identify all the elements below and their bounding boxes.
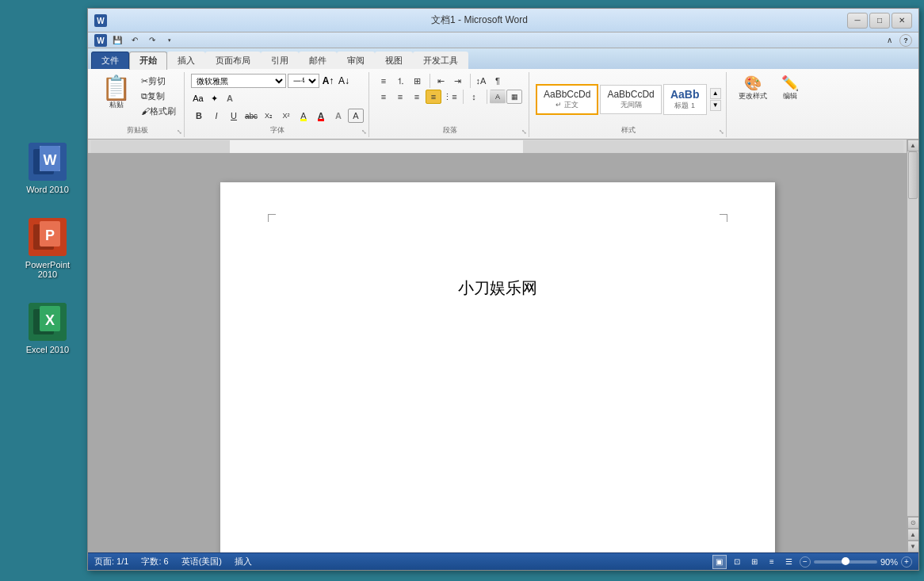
view-web[interactable]: ⊞ [747, 555, 762, 569]
justify-button[interactable]: ≡ [426, 90, 441, 104]
char-border-button[interactable]: A [348, 109, 364, 123]
font-color-button[interactable]: A [313, 109, 329, 123]
font-shrink-button[interactable]: A↓ [337, 74, 351, 88]
zoom-in-button[interactable]: + [901, 556, 912, 568]
borders-button[interactable]: ▦ [506, 90, 522, 104]
view-draft[interactable]: ☰ [782, 555, 796, 569]
text-effects-button[interactable]: A [223, 91, 237, 105]
font-expand-icon[interactable]: ⤡ [361, 128, 367, 136]
styles-expand-icon[interactable]: ⤡ [719, 128, 724, 136]
desktop-icon-ppt[interactable]: P PowerPoint2010 [12, 218, 83, 279]
clear-format-button[interactable]: ✦ [207, 91, 221, 105]
show-hide-button[interactable]: ¶ [490, 74, 506, 88]
tab-insert[interactable]: 插入 [167, 52, 205, 69]
format-painter-button[interactable]: 🖌 格式刷 [138, 104, 179, 118]
redo-button[interactable]: ↷ [145, 34, 159, 47]
view-print-layout[interactable]: ▣ [712, 555, 727, 569]
qa-dropdown-button[interactable]: ▾ [162, 34, 177, 47]
numbering-button[interactable]: ⒈ [392, 74, 408, 88]
tab-developer[interactable]: 开发工具 [413, 52, 468, 69]
align-left-button[interactable]: ≡ [376, 90, 391, 104]
underline-button[interactable]: U [226, 109, 242, 123]
minimize-button[interactable]: ─ [847, 13, 868, 29]
font-style-row: B I U abc X₂ X² A A A A [191, 109, 364, 123]
zoom-level: 90% [880, 557, 898, 567]
styles-group-label: 样式 [531, 125, 726, 136]
paste-button[interactable]: 📋 粘贴 [96, 74, 136, 113]
font-grow-button[interactable]: A↑ [321, 74, 335, 88]
scroll-track[interactable] [907, 151, 918, 516]
scroll-next-obj[interactable]: ▼ [907, 541, 919, 552]
align-right-button[interactable]: ≡ [409, 90, 425, 104]
copy-button[interactable]: ⧉ 复制 [138, 89, 179, 103]
para-expand-icon[interactable]: ⤡ [521, 128, 527, 136]
style-scroll-up[interactable]: ▲ [710, 88, 721, 99]
tab-home[interactable]: 开始 [129, 52, 167, 70]
sort-button[interactable]: ↕A [473, 74, 489, 88]
highlight-color-button[interactable]: A [296, 109, 311, 123]
tab-review[interactable]: 审阅 [337, 52, 375, 69]
desktop-icon-excel[interactable]: X Excel 2010 [12, 303, 83, 354]
italic-button[interactable]: I [208, 109, 224, 123]
paragraph-group-label: 段落 [371, 125, 529, 136]
text-shading-button[interactable]: A [330, 109, 346, 123]
edit-button[interactable]: ✏️ 编辑 [774, 74, 806, 104]
font-size-select[interactable]: 一号 [288, 74, 319, 88]
status-bar: 页面: 1/1 字数: 6 英语(美国) 插入 ▣ ⊡ ⊞ ≡ ☰ − 90% … [88, 552, 918, 570]
document-text: 小刀娱乐网 [458, 279, 537, 296]
ribbon-toggle-button[interactable]: ∧ [882, 34, 896, 47]
close-button[interactable]: ✕ [892, 13, 912, 29]
tab-page-layout[interactable]: 页面布局 [205, 52, 261, 69]
align-center-button[interactable]: ≡ [392, 90, 408, 104]
document-scroll-area[interactable]: 小刀娱乐网 [88, 154, 907, 552]
word-window: W 文档1 - Microsoft Word ─ □ ✕ W 💾 ↶ ↷ ▾ ∧… [87, 8, 919, 571]
view-outline[interactable]: ≡ [765, 555, 779, 569]
zoom-track[interactable] [814, 560, 877, 564]
bold-button[interactable]: B [191, 109, 207, 123]
view-fullscreen[interactable]: ⊡ [730, 555, 744, 569]
excel-icon-label: Excel 2010 [26, 345, 69, 354]
undo-button[interactable]: ↶ [128, 34, 142, 47]
style-normal[interactable]: AaBbCcDd ↵ 正文 [536, 84, 598, 115]
font-name-select[interactable]: 微软雅黑 [191, 74, 286, 88]
decrease-indent-button[interactable]: ⇤ [433, 74, 449, 88]
word-window-icon: W [94, 14, 107, 27]
content-area[interactable]: 小刀娱乐网 [88, 140, 907, 552]
bullets-button[interactable]: ≡ [376, 74, 391, 88]
maximize-button[interactable]: □ [869, 13, 890, 29]
word-count-status: 字数: 6 [141, 556, 168, 568]
line-spacing-button[interactable]: ↕ [466, 90, 482, 104]
scroll-up-button[interactable]: ▲ [907, 140, 919, 151]
document-content[interactable]: 小刀娱乐网 [284, 277, 712, 299]
tab-file[interactable]: 文件 [91, 52, 129, 69]
main-area: 小刀娱乐网 ▲ ⊙ ▲ ▼ [88, 140, 918, 552]
tab-references[interactable]: 引用 [261, 52, 299, 69]
tab-view[interactable]: 视图 [375, 52, 413, 69]
tab-mailings[interactable]: 邮件 [299, 52, 337, 69]
multilevel-list-button[interactable]: ⊞ [409, 74, 425, 88]
help-button[interactable]: ? [899, 34, 912, 47]
distributed-button[interactable]: ⋮≡ [442, 90, 458, 104]
change-styles-button[interactable]: 🎨 更改样式 [733, 74, 773, 104]
zoom-out-button[interactable]: − [800, 556, 811, 568]
save-quick-button[interactable]: 💾 [110, 34, 124, 47]
clipboard-expand-icon[interactable]: ⤡ [177, 128, 182, 136]
style-no-spacing[interactable]: AaBbCcDd 无间隔 [600, 85, 661, 114]
document-page[interactable]: 小刀娱乐网 [220, 182, 775, 552]
style-heading1[interactable]: AaBb 标题 1 [663, 84, 707, 115]
shading-button[interactable]: A [490, 90, 506, 104]
style-scroll-down[interactable]: ▼ [710, 100, 721, 111]
scroll-thumb[interactable] [908, 151, 918, 199]
ppt-icon: P [29, 218, 67, 256]
subscript-button[interactable]: X₂ [261, 109, 277, 123]
scroll-select-obj[interactable]: ⊙ [907, 517, 919, 529]
style-normal-label: ↵ 正文 [544, 100, 590, 110]
desktop-icon-word[interactable]: W Word 2010 [12, 143, 83, 194]
scroll-prev-obj[interactable]: ▲ [907, 529, 919, 541]
case-button[interactable]: Aa [191, 91, 205, 105]
style-gallery: AaBbCcDd ↵ 正文 AaBbCcDd 无间隔 AaBb 标题 1 [536, 84, 707, 115]
strikethrough-button[interactable]: abc [243, 109, 259, 123]
increase-indent-button[interactable]: ⇥ [449, 74, 465, 88]
superscript-button[interactable]: X² [278, 109, 294, 123]
cut-button[interactable]: ✂ 剪切 [138, 74, 179, 88]
